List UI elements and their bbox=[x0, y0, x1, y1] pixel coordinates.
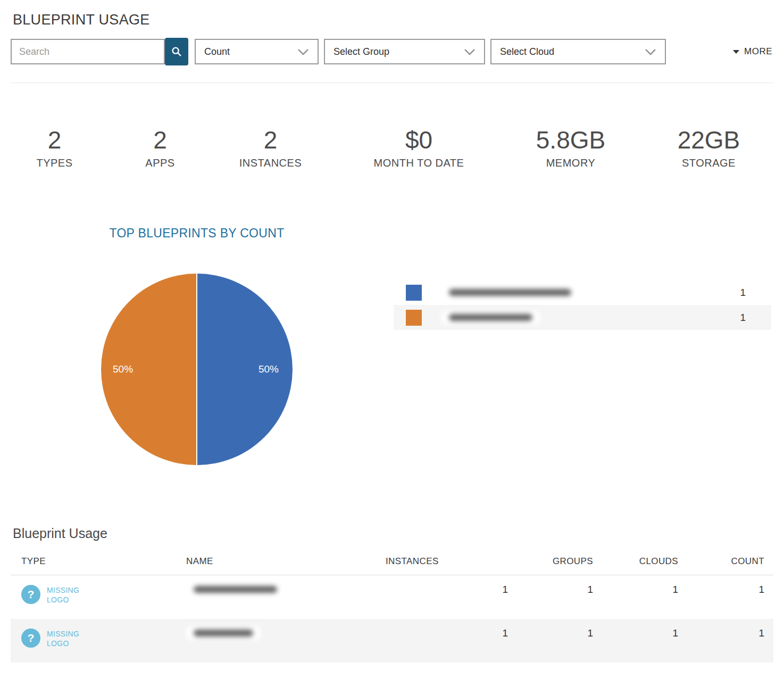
name-redacted bbox=[186, 583, 285, 596]
type-cell: ? MISSING LOGO bbox=[11, 575, 186, 605]
column-header-groups: GROUPS bbox=[508, 556, 593, 567]
stat-value: 22GB bbox=[633, 127, 784, 154]
cloud-dropdown[interactable]: Select Cloud bbox=[490, 39, 666, 64]
missing-logo-icon: ? bbox=[21, 629, 40, 648]
pie-slice-label-orange: 50% bbox=[113, 363, 133, 375]
name-redacted bbox=[186, 626, 261, 640]
legend-swatch-orange bbox=[406, 310, 422, 326]
column-header-count: COUNT bbox=[678, 556, 773, 567]
count-cell: 1 bbox=[678, 575, 773, 596]
filter-toolbar: Count Select Group Select Cloud MORE bbox=[11, 38, 773, 65]
table-row[interactable]: ? MISSING LOGO 1 1 1 1 bbox=[11, 575, 773, 619]
column-header-name: NAME bbox=[186, 556, 386, 567]
stat-label: INSTANCES bbox=[211, 157, 330, 169]
instances-cell: 1 bbox=[386, 619, 508, 639]
stat-label: TYPES bbox=[0, 157, 109, 169]
column-header-clouds: CLOUDS bbox=[593, 556, 678, 567]
name-cell bbox=[186, 575, 386, 598]
stat-label: MEMORY bbox=[508, 157, 633, 169]
type-cell: ? MISSING LOGO bbox=[11, 619, 186, 648]
legend-count: 1 bbox=[740, 312, 746, 324]
column-header-type: TYPE bbox=[11, 556, 186, 567]
pie-divider bbox=[196, 274, 197, 465]
cloud-dropdown-value: Select Cloud bbox=[500, 46, 554, 57]
chevron-down-icon bbox=[645, 48, 656, 55]
stat-instances: 2 INSTANCES bbox=[211, 127, 330, 169]
stat-storage: 22GB STORAGE bbox=[633, 127, 784, 169]
summary-stats: 2 TYPES 2 APPS 2 INSTANCES $0 MONTH TO D… bbox=[0, 83, 784, 169]
table-row[interactable]: ? MISSING LOGO 1 1 1 1 bbox=[11, 619, 773, 663]
pie-slice-label-blue: 50% bbox=[258, 363, 279, 375]
legend-label-redacted bbox=[441, 311, 540, 324]
pie-chart[interactable]: 50% 50% bbox=[101, 274, 293, 465]
more-button[interactable]: MORE bbox=[733, 46, 773, 57]
groups-cell: 1 bbox=[508, 575, 593, 596]
stat-types: 2 TYPES bbox=[0, 127, 109, 169]
stat-label: STORAGE bbox=[633, 157, 784, 169]
stat-label: MONTH TO DATE bbox=[330, 157, 508, 169]
missing-logo-icon: ? bbox=[21, 585, 40, 604]
caret-down-icon bbox=[733, 50, 739, 54]
pie-chart-panel: TOP BLUEPRINTS BY COUNT 50% 50% bbox=[0, 226, 394, 465]
table-header-row: TYPE NAME INSTANCES GROUPS CLOUDS COUNT bbox=[11, 556, 773, 575]
stat-value: $0 bbox=[330, 127, 508, 154]
more-button-label: MORE bbox=[744, 46, 772, 57]
search-box bbox=[11, 38, 188, 65]
stat-value: 2 bbox=[0, 127, 109, 154]
instances-cell: 1 bbox=[386, 575, 508, 596]
stat-value: 2 bbox=[109, 127, 211, 154]
chevron-down-icon bbox=[464, 48, 476, 55]
stat-value: 2 bbox=[211, 127, 330, 154]
legend-label-redacted bbox=[441, 286, 579, 299]
metric-dropdown[interactable]: Count bbox=[195, 39, 319, 64]
legend-row: 1 bbox=[394, 305, 771, 330]
legend-row: 1 bbox=[394, 280, 771, 305]
stat-label: APPS bbox=[109, 157, 211, 169]
clouds-cell: 1 bbox=[593, 575, 678, 596]
column-header-instances: INSTANCES bbox=[386, 556, 508, 567]
stat-apps: 2 APPS bbox=[109, 127, 211, 169]
top-blueprints-chart-section: TOP BLUEPRINTS BY COUNT 50% 50% 1 1 bbox=[0, 226, 784, 465]
stat-month-to-date: $0 MONTH TO DATE bbox=[330, 127, 508, 169]
groups-cell: 1 bbox=[508, 619, 593, 639]
search-icon bbox=[171, 46, 182, 57]
table-title: Blueprint Usage bbox=[13, 526, 773, 541]
name-cell bbox=[186, 619, 386, 642]
count-cell: 1 bbox=[678, 619, 773, 639]
chevron-down-icon bbox=[297, 48, 309, 55]
metric-dropdown-value: Count bbox=[204, 46, 230, 57]
group-dropdown-value: Select Group bbox=[333, 46, 389, 57]
clouds-cell: 1 bbox=[593, 619, 678, 639]
blueprint-usage-table-section: Blueprint Usage TYPE NAME INSTANCES GROU… bbox=[11, 526, 773, 663]
missing-logo-label: MISSING LOGO bbox=[47, 629, 85, 648]
legend-count: 1 bbox=[740, 287, 746, 299]
chart-title: TOP BLUEPRINTS BY COUNT bbox=[110, 226, 285, 241]
legend-swatch-blue bbox=[406, 285, 422, 301]
group-dropdown[interactable]: Select Group bbox=[324, 39, 485, 64]
search-input[interactable] bbox=[11, 39, 165, 64]
missing-logo-label: MISSING LOGO bbox=[47, 585, 85, 605]
stat-memory: 5.8GB MEMORY bbox=[508, 127, 633, 169]
search-button[interactable] bbox=[165, 38, 188, 65]
stat-value: 5.8GB bbox=[508, 127, 633, 154]
page-title: BLUEPRINT USAGE bbox=[13, 12, 784, 28]
chart-legend: 1 1 bbox=[394, 226, 771, 465]
